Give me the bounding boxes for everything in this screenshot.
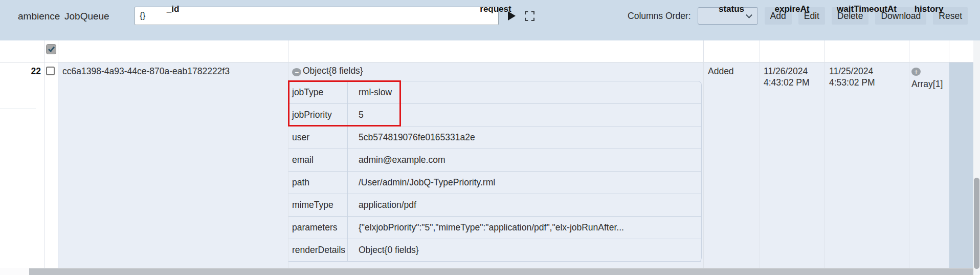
field-row-renderdetails: renderDetails Object{0 fields}	[288, 239, 701, 262]
horizontal-scrollbar[interactable]	[29, 268, 973, 275]
field-key: renderDetails	[288, 239, 348, 261]
vertical-scrollbar[interactable]	[974, 178, 979, 269]
field-row-user: user 5cb574819076fe0165331a2e	[288, 126, 701, 149]
column-divider	[760, 40, 760, 268]
row-gutter-divider	[0, 109, 36, 109]
column-header-expireat[interactable]: expireAt	[760, 4, 825, 14]
status-cell	[704, 62, 760, 268]
field-row-mimetype: mimeType application/pdf	[288, 194, 701, 217]
request-fields-table: jobType rml-slow jobPriority 5 user 5cb5…	[288, 81, 702, 262]
field-row-jobpriority: jobPriority 5	[288, 104, 701, 126]
field-value: 5cb574819076fe0165331a2e	[348, 126, 701, 149]
id-value: cc6a1398-4a93-44ce-870a-eab1782222f3	[62, 66, 230, 77]
field-value: admin@example.com	[348, 149, 701, 171]
check-icon	[48, 45, 54, 52]
id-cell	[58, 62, 288, 268]
expand-icon[interactable]: +	[911, 68, 921, 76]
history-summary: Array[1]	[911, 79, 947, 90]
row-checkbox[interactable]	[46, 67, 55, 75]
column-header-id[interactable]: _id	[58, 4, 288, 14]
field-key: jobType	[288, 81, 348, 103]
column-divider	[825, 40, 825, 268]
field-value: Object{0 fields}	[348, 239, 701, 261]
field-row-path: path /User/admin/JobQ-TypePriority.rml	[288, 172, 701, 194]
field-key: path	[288, 172, 348, 194]
history-value: + Array[1]	[911, 65, 947, 90]
expireat-cell	[760, 62, 825, 268]
status-value: Added	[708, 66, 734, 77]
field-value: application/pdf	[348, 194, 701, 216]
select-all-checkbox[interactable]	[46, 44, 56, 54]
jobqueue-browser-window: ambience JobQueue Columns Order: Add Edi…	[0, 0, 980, 275]
column-divider	[44, 40, 45, 268]
app-label: ambience	[18, 11, 60, 22]
column-header-status[interactable]: status	[703, 4, 760, 14]
field-key: mimeType	[288, 194, 348, 216]
column-divider	[909, 40, 909, 268]
field-value: 5	[348, 104, 701, 126]
field-key: email	[288, 149, 348, 171]
field-value: rml-slow	[348, 81, 701, 103]
field-value: /User/admin/JobQ-TypePriority.rml	[348, 172, 701, 194]
column-divider	[58, 40, 58, 268]
request-object-header: −Object{8 fields}	[292, 66, 363, 76]
field-row-jobtype: jobType rml-slow	[288, 81, 701, 104]
column-header-history[interactable]: history	[909, 4, 949, 14]
collapse-icon[interactable]: −	[292, 68, 301, 76]
field-row-email: email admin@example.com	[288, 149, 701, 172]
field-key: parameters	[288, 217, 348, 239]
column-divider	[703, 40, 704, 268]
filler-column	[949, 62, 973, 268]
waittimeoutat-cell	[825, 62, 909, 268]
field-key: user	[288, 126, 348, 149]
row-number: 22	[0, 66, 41, 77]
column-header-request[interactable]: request	[288, 4, 703, 14]
history-cell	[909, 62, 949, 268]
object-summary: Object{8 fields}	[303, 66, 363, 76]
field-row-parameters: parameters {"elxjobPriority":"5","mimeTy…	[288, 217, 701, 239]
table-header-row	[0, 40, 980, 62]
field-key: jobPriority	[288, 104, 348, 126]
column-divider	[949, 40, 949, 268]
field-value: {"elxjobPriority":"5","mimeType":"applic…	[348, 217, 701, 239]
waittimeoutat-value: 11/25/2024 4:53:02 PM	[829, 66, 892, 88]
column-header-waittimeoutat[interactable]: waitTimeoutAt	[825, 4, 909, 14]
expireat-value: 11/26/2024 4:43:02 PM	[764, 66, 811, 88]
